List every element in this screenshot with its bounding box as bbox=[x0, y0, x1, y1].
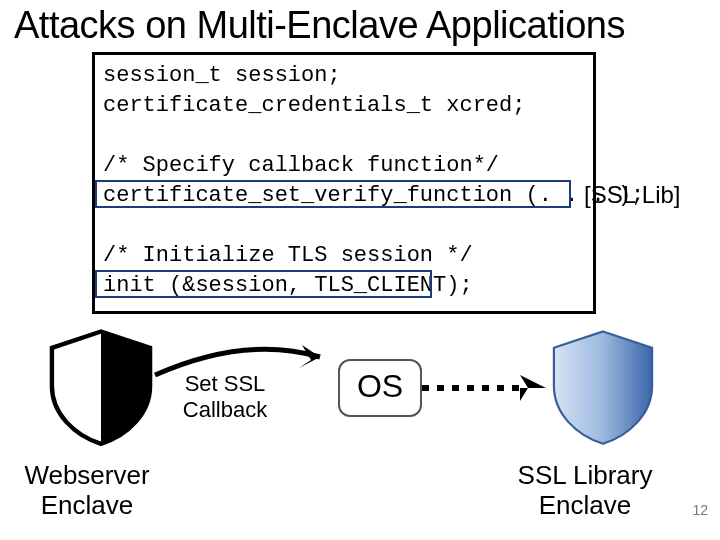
code-line: /* Specify callback function*/ bbox=[103, 153, 499, 178]
code-line: init (&session, TLS_CLIENT); bbox=[103, 273, 473, 298]
ssl-library-enclave-label: SSL Library Enclave bbox=[500, 460, 670, 520]
code-line: session_t session; bbox=[103, 63, 341, 88]
code-line: /* Initialize TLS session */ bbox=[103, 243, 473, 268]
shield-icon bbox=[46, 326, 156, 446]
slide-title: Attacks on Multi-Enclave Applications bbox=[14, 4, 625, 47]
shield-icon bbox=[548, 326, 658, 446]
code-line: certificate_set_verify_function (. . . )… bbox=[103, 183, 644, 208]
os-box: OS bbox=[338, 359, 422, 417]
code-block: session_t session; certificate_credentia… bbox=[92, 52, 596, 314]
webserver-enclave-label: Webserver Enclave bbox=[12, 460, 162, 520]
page-number: 12 bbox=[692, 502, 708, 518]
arrow-icon bbox=[150, 335, 340, 385]
ssl-lib-annotation: [SSL Lib] bbox=[584, 181, 681, 209]
dashed-arrow-icon bbox=[420, 373, 550, 403]
code-line: certificate_credentials_t xcred; bbox=[103, 93, 525, 118]
